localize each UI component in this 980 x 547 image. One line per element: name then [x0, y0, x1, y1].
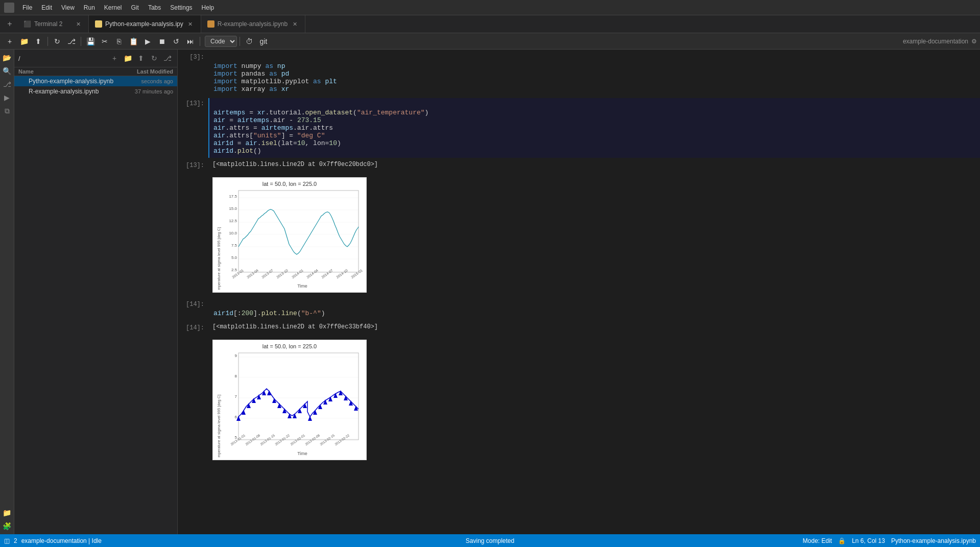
toolbar-sep4	[240, 37, 240, 46]
status-branch-num: 2	[14, 537, 17, 544]
cell-14-code[interactable]: air1d[:200].plot.line("b-^")	[208, 299, 980, 320]
toolbar-restart[interactable]: ↺	[170, 35, 183, 48]
ab-extensions[interactable]: ⧉	[1, 105, 13, 117]
cell-13-code[interactable]: airtemps = xr.tutorial.open_dataset("air…	[208, 98, 980, 158]
menu-help[interactable]: Help	[198, 3, 219, 13]
ab-folder[interactable]: 📁	[1, 507, 13, 519]
tab-bar: + ⬛ Terminal 2 ✕ Python-example-analysis…	[0, 15, 980, 33]
chart1-svg: lat = 50.0, lon = 225.0 4xDaily Air temp…	[213, 178, 366, 290]
cell-3-imports: [3]: import numpy as np import pandas as…	[178, 52, 980, 96]
tab-python-nb-close[interactable]: ✕	[186, 20, 195, 28]
toolbar-sep3	[200, 37, 200, 46]
file-icon-python	[18, 78, 26, 85]
activity-bar: 📂 🔍 ⎇ ▶ ⧉ 📁 🧩	[0, 50, 14, 534]
ab-search[interactable]: 🔍	[1, 65, 13, 77]
toolbar-run[interactable]: ▶	[141, 35, 154, 48]
svg-text:15.0: 15.0	[229, 206, 237, 211]
cell-13-out-content: [<matplotlib.lines.Line2D at 0x7ff0ec20b…	[208, 160, 980, 171]
chart2-title: lat = 50.0, lon = 225.0	[262, 343, 317, 349]
toolbar-git[interactable]: ⎇	[65, 35, 78, 48]
svg-text:7.5: 7.5	[231, 243, 237, 248]
chart2-content: lat = 50.0, lon = 225.0 4xDaily Air temp…	[208, 336, 980, 464]
chart1-container: lat = 50.0, lon = 225.0 4xDaily Air temp…	[208, 173, 980, 297]
status-left: ◫ 2 example-documentation | Idle	[4, 537, 102, 544]
sidebar-git[interactable]: ⎇	[162, 53, 173, 64]
status-shield[interactable]: 🔒	[838, 537, 846, 544]
file-name-python: Python-example-analysis.ipynb	[29, 78, 138, 85]
toolbar-git2[interactable]: git	[257, 35, 270, 48]
sidebar-refresh[interactable]: ↻	[149, 53, 160, 64]
svg-text:17.5: 17.5	[229, 194, 237, 199]
chart2-container: lat = 50.0, lon = 225.0 4xDaily Air temp…	[208, 336, 980, 464]
tab-python-icon	[95, 20, 102, 28]
sidebar-header: / + 📁 ⬆ ↻ ⎇	[14, 50, 177, 67]
toolbar-copy[interactable]: ⎘	[112, 35, 126, 48]
toolbar-settings-icon[interactable]: ⚙	[971, 38, 977, 45]
toolbar-interrupt[interactable]: ⏹	[155, 35, 169, 48]
sidebar-upload[interactable]: ⬆	[135, 53, 147, 64]
menu-edit[interactable]: Edit	[37, 3, 56, 13]
sidebar-root-label: /	[18, 55, 20, 62]
tab-r-icon	[207, 20, 214, 28]
cell-13-content[interactable]: airtemps = xr.tutorial.open_dataset("air…	[208, 98, 980, 158]
cell-type-select[interactable]: Code	[205, 36, 237, 47]
toolbar-clock[interactable]: ⏱	[243, 35, 256, 48]
toolbar-save[interactable]: 💾	[84, 35, 97, 48]
menu-kernel[interactable]: Kernel	[100, 3, 126, 13]
toolbar-paste[interactable]: 📋	[127, 35, 140, 48]
status-bar: ◫ 2 example-documentation | Idle Saving …	[0, 534, 980, 547]
chart1-title: lat = 50.0, lon = 225.0	[262, 181, 317, 187]
menu-settings[interactable]: Settings	[166, 3, 196, 13]
tab-terminal2-close[interactable]: ✕	[74, 20, 82, 28]
cell-3-code[interactable]: import numpy as np import pandas as pd i…	[208, 52, 980, 96]
menu-run[interactable]: Run	[80, 3, 99, 13]
cell-14-gutter: [14]:	[178, 299, 208, 320]
ab-run[interactable]: ▶	[1, 91, 13, 104]
toolbar: + 📁 ⬆ ↻ ⎇ 💾 ✂ ⎘ 📋 ▶ ⏹ ↺ ⏭ Code ⏱ git exa…	[0, 33, 980, 50]
cell-14-out-gutter: [14]:	[178, 322, 208, 334]
file-item-python[interactable]: Python-example-analysis.ipynb seconds ag…	[14, 76, 177, 86]
menu-tabs[interactable]: Tabs	[144, 3, 165, 13]
sidebar-new-file[interactable]: +	[109, 53, 120, 64]
file-modified-python: seconds ago	[141, 78, 173, 84]
ab-puzzle[interactable]: 🧩	[1, 520, 13, 532]
chart1-cell: lat = 50.0, lon = 225.0 4xDaily Air temp…	[178, 173, 980, 297]
toolbar-restart-run[interactable]: ⏭	[184, 35, 197, 48]
toolbar-refresh[interactable]: ↻	[51, 35, 64, 48]
cell-14-content[interactable]: air1d[:200].plot.line("b-^")	[208, 299, 980, 320]
toolbar-upload[interactable]: ⬆	[32, 35, 45, 48]
status-panel-icon[interactable]: ◫	[4, 537, 10, 544]
chart1-xlabel: Time	[297, 283, 307, 289]
tab-terminal2-label: Terminal 2	[34, 20, 62, 28]
tab-r-nb-close[interactable]: ✕	[291, 20, 299, 28]
chart2-ylabel: 4xDaily Air temperature at sigma level 9…	[217, 395, 221, 458]
tab-python-nb[interactable]: Python-example-analysis.ipy ✕	[89, 15, 201, 33]
menu-file[interactable]: File	[18, 3, 36, 13]
new-tab-button[interactable]: +	[2, 15, 17, 33]
svg-text:6: 6	[235, 415, 237, 419]
toolbar-cut[interactable]: ✂	[98, 35, 111, 48]
editor-area[interactable]: [3]: import numpy as np import pandas as…	[178, 50, 980, 534]
toolbar-sep2	[81, 37, 81, 46]
file-item-r[interactable]: R-example-analysis.ipynb 37 minutes ago	[14, 86, 177, 97]
sidebar-new-folder[interactable]: 📁	[122, 53, 133, 64]
chart1-wrap: lat = 50.0, lon = 225.0 4xDaily Air temp…	[212, 177, 367, 293]
cell-3-content[interactable]: import numpy as np import pandas as pd i…	[208, 52, 980, 96]
svg-text:9: 9	[235, 353, 237, 358]
cell-13-out-gutter: [13]:	[178, 160, 208, 171]
file-name-r: R-example-analysis.ipynb	[29, 88, 132, 95]
ab-git[interactable]: ⎇	[1, 78, 13, 90]
cell-3-gutter: [3]:	[178, 52, 208, 96]
chart1-gutter	[178, 173, 208, 297]
menu-view[interactable]: View	[57, 3, 79, 13]
tab-terminal2[interactable]: ⬛ Terminal 2 ✕	[17, 15, 89, 33]
chart2-xlabel: Time	[297, 451, 307, 456]
ab-files[interactable]: 📂	[1, 52, 13, 64]
toolbar-folder[interactable]: 📁	[17, 35, 31, 48]
toolbar-add-cell[interactable]: +	[3, 35, 16, 48]
status-right: Mode: Edit 🔒 Ln 6, Col 13 Python-example…	[803, 537, 976, 544]
tab-r-nb[interactable]: R-example-analysis.ipynb ✕	[201, 15, 305, 33]
chart1-content: lat = 50.0, lon = 225.0 4xDaily Air temp…	[208, 173, 980, 297]
status-file: Python-example-analysis.ipynb	[891, 537, 976, 544]
menu-git[interactable]: Git	[127, 3, 143, 13]
